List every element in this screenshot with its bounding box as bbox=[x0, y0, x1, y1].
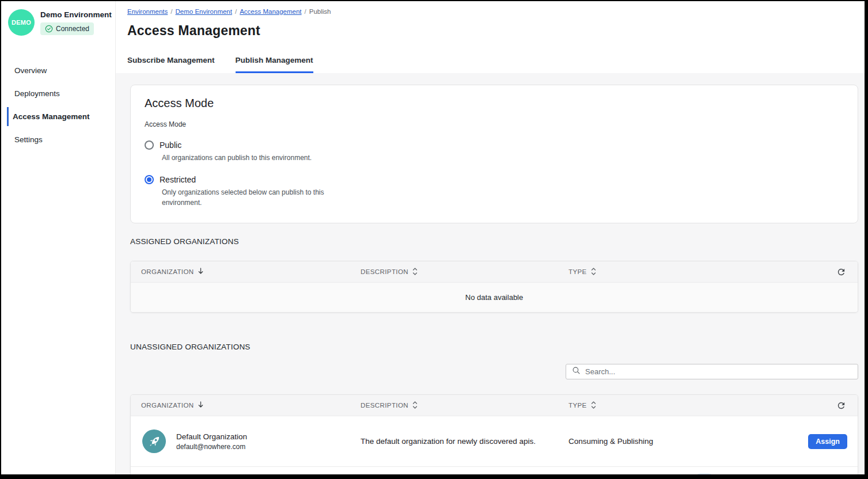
assigned-table: ORGANIZATION DESCRIPTION T bbox=[130, 261, 858, 313]
breadcrumb-environments[interactable]: Environments bbox=[127, 8, 168, 15]
breadcrumb-current-publish: Publish bbox=[309, 8, 331, 15]
table-footer: 1-1 of 1 1 Go to page Go bbox=[131, 466, 858, 474]
page-header: Environments / Demo Environment / Access… bbox=[116, 1, 865, 73]
table-row: Default Organization default@nowhere.com… bbox=[131, 416, 858, 466]
sort-arrow-down-icon bbox=[198, 401, 204, 409]
environment-avatar: DEMO bbox=[8, 9, 35, 36]
organization-email: default@nowhere.com bbox=[176, 443, 247, 451]
col-label: ORGANIZATION bbox=[141, 268, 194, 275]
page-number-chip[interactable]: 1 bbox=[696, 473, 713, 474]
sidebar-item-overview[interactable]: Overview bbox=[1, 61, 115, 80]
search-input[interactable] bbox=[585, 367, 852, 376]
radio-restricted-label: Restricted bbox=[160, 175, 196, 184]
access-mode-title: Access Mode bbox=[145, 97, 844, 110]
app-window: DEMO Demo Environment Connected Overview… bbox=[0, 0, 868, 479]
radio-public-control[interactable] bbox=[145, 140, 154, 150]
organization-description: The default organization for newly disco… bbox=[350, 437, 558, 446]
sort-arrow-down-icon bbox=[198, 268, 204, 276]
status-badge: Connected bbox=[40, 22, 94, 35]
page-title: Access Management bbox=[127, 23, 853, 39]
sidebar-item-deployments[interactable]: Deployments bbox=[1, 84, 115, 103]
col-label: ORGANIZATION bbox=[141, 402, 194, 409]
unassigned-col-description[interactable]: DESCRIPTION bbox=[350, 401, 558, 410]
tab-publish-management[interactable]: Publish Management bbox=[236, 52, 313, 73]
environment-name: Demo Environment bbox=[40, 10, 112, 19]
access-mode-card: Access Mode Access Mode Public All organ… bbox=[130, 85, 858, 223]
col-label: TYPE bbox=[568, 268, 587, 275]
organization-name: Default Organization bbox=[176, 432, 247, 441]
assigned-table-header: ORGANIZATION DESCRIPTION T bbox=[131, 261, 858, 282]
assign-button[interactable]: Assign bbox=[808, 434, 847, 449]
sidebar: DEMO Demo Environment Connected Overview… bbox=[1, 1, 116, 474]
assigned-col-organization[interactable]: ORGANIZATION bbox=[131, 268, 350, 276]
access-mode-field-label: Access Mode bbox=[145, 120, 844, 128]
main-area: Environments / Demo Environment / Access… bbox=[116, 1, 865, 474]
sidebar-item-access-management[interactable]: Access Management bbox=[7, 107, 115, 126]
unassigned-table-header: ORGANIZATION DESCRIPTION T bbox=[131, 395, 858, 416]
environment-header: DEMO Demo Environment Connected bbox=[1, 9, 115, 36]
organization-rocket-avatar bbox=[142, 429, 166, 453]
organization-type: Consuming & Publishing bbox=[558, 437, 653, 446]
content-area: Access Mode Access Mode Public All organ… bbox=[116, 73, 865, 474]
breadcrumb-access-management[interactable]: Access Management bbox=[240, 8, 301, 15]
unassigned-table: ORGANIZATION DESCRIPTION T bbox=[130, 394, 858, 474]
breadcrumb-separator: / bbox=[305, 8, 306, 15]
assigned-col-description[interactable]: DESCRIPTION bbox=[350, 268, 558, 276]
breadcrumb-demo-environment[interactable]: Demo Environment bbox=[176, 8, 232, 15]
tab-subscribe-management[interactable]: Subscribe Management bbox=[127, 52, 215, 73]
sort-both-icon bbox=[591, 268, 596, 276]
unassigned-section-title: UNASSIGNED ORGANIZATIONS bbox=[130, 343, 858, 351]
radio-restricted-control[interactable] bbox=[145, 175, 154, 184]
assigned-organizations-section: ASSIGNED ORGANIZATIONS ORGANIZATION DESC… bbox=[130, 237, 858, 313]
unassigned-col-type[interactable]: TYPE bbox=[558, 401, 825, 410]
radio-restricted-description: Only organizations selected below can pu… bbox=[162, 188, 335, 208]
unassigned-organizations-section: UNASSIGNED ORGANIZATIONS ORGANIZATION bbox=[130, 343, 858, 474]
radio-option-public[interactable]: Public bbox=[145, 140, 844, 150]
sort-both-icon bbox=[412, 268, 418, 276]
tab-bar: Subscribe Management Publish Management bbox=[127, 52, 853, 73]
connected-check-icon bbox=[45, 25, 53, 33]
col-label: DESCRIPTION bbox=[361, 268, 408, 275]
radio-option-restricted[interactable]: Restricted bbox=[145, 175, 844, 184]
search-icon bbox=[572, 366, 581, 377]
sidebar-item-settings[interactable]: Settings bbox=[1, 130, 115, 149]
status-badge-label: Connected bbox=[56, 25, 89, 33]
radio-public-label: Public bbox=[160, 140, 181, 150]
sidebar-nav: Overview Deployments Access Management S… bbox=[1, 61, 115, 153]
assigned-col-type[interactable]: TYPE bbox=[558, 268, 825, 276]
unassigned-col-organization[interactable]: ORGANIZATION bbox=[131, 401, 350, 409]
radio-public-description: All organizations can publish to this en… bbox=[162, 153, 335, 163]
pagination-controls: 1 Go to page Go bbox=[677, 473, 845, 474]
search-box bbox=[566, 364, 858, 379]
breadcrumb-separator: / bbox=[170, 8, 172, 15]
refresh-icon[interactable] bbox=[836, 401, 846, 410]
assigned-empty-state: No data available bbox=[131, 282, 858, 312]
sort-both-icon bbox=[591, 401, 596, 410]
refresh-icon[interactable] bbox=[836, 267, 846, 277]
breadcrumb: Environments / Demo Environment / Access… bbox=[127, 8, 853, 15]
sort-both-icon bbox=[412, 401, 418, 410]
col-label: DESCRIPTION bbox=[361, 402, 408, 409]
col-label: TYPE bbox=[568, 402, 587, 409]
breadcrumb-separator: / bbox=[235, 8, 237, 15]
assigned-section-title: ASSIGNED ORGANIZATIONS bbox=[130, 237, 858, 246]
